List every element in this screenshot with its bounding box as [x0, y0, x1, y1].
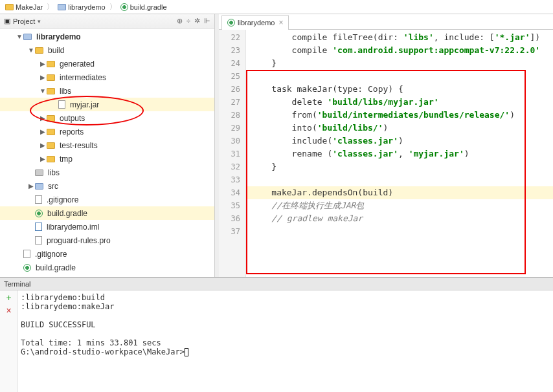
code-line: into('build/libs/') [246, 122, 553, 135]
code-line: // gradlew makeJar [246, 212, 553, 225]
terminal-cursor [185, 348, 188, 356]
file-icon [58, 100, 65, 109]
file-icon [35, 236, 42, 245]
tree-row[interactable]: ▼libs [0, 84, 214, 98]
project-tree[interactable]: ▼librarydemo▼build▶generated▶intermediat… [0, 28, 214, 277]
tree-item-label: tmp [60, 155, 73, 164]
breadcrumb: MakeJar 〉 librarydemo 〉 build.gradle [0, 0, 553, 14]
tree-row[interactable]: ▶reports [0, 125, 214, 138]
sidebar-title[interactable]: ▣Project▾ [4, 17, 177, 25]
tree-row[interactable]: ▶outputs [0, 111, 214, 125]
tree-row[interactable]: build.gradle [0, 261, 214, 274]
new-session-icon[interactable]: + [4, 293, 14, 303]
tab-label: librarydemo [238, 19, 275, 27]
chevron-right-icon[interactable]: ▶ [39, 60, 47, 67]
close-session-icon[interactable]: × [4, 306, 14, 316]
editor-tab[interactable]: librarydemo × [221, 15, 289, 30]
chevron-down-icon[interactable]: ▼ [16, 33, 23, 40]
chevron-right-icon[interactable]: ▶ [39, 128, 47, 135]
gradle-icon [227, 19, 235, 27]
code-line: from('build/intermediates/bundles/releas… [246, 109, 553, 122]
tree-row[interactable]: ▼librarydemo [0, 30, 214, 43]
tree-item-label: intermediates [60, 73, 106, 82]
tree-item-label: build.gradle [47, 209, 87, 218]
code-line: compile fileTree(dir: 'libs', include: [… [246, 31, 553, 44]
chevron-down-icon[interactable]: ▼ [27, 47, 35, 54]
chevron-right-icon[interactable]: ▶ [27, 182, 35, 190]
tree-item-label: proguard-rules.pro [47, 236, 111, 245]
code-editor[interactable]: 22232425262728293031323334353637 compile… [219, 30, 553, 277]
breadcrumb-item[interactable]: build.gradle [118, 3, 170, 11]
code-line [246, 225, 553, 238]
project-sidebar: ▣Project▾ ⊕ ÷ ✲ ⊩ ▼librarydemo▼build▶gen… [0, 14, 215, 277]
chevron-right-icon[interactable]: ▶ [39, 114, 47, 122]
tree-row[interactable]: ▶generated [0, 57, 214, 71]
code-line: } [246, 57, 553, 70]
tree-item-label: generated [60, 60, 95, 69]
tool-settings-icon[interactable]: ✲ [194, 17, 200, 25]
tree-row[interactable]: ▶tmp [0, 152, 214, 166]
code-line [246, 173, 553, 186]
tree-row[interactable]: myjar.jar [0, 98, 214, 111]
tree-row[interactable]: proguard-rules.pro [0, 234, 214, 247]
code-line: include('classes.jar') [246, 135, 553, 147]
tree-item-label: reports [60, 127, 84, 136]
editor-area: librarydemo × 22232425262728293031323334… [219, 14, 553, 277]
code-line: //在终端执行生成JAR包 [246, 199, 553, 212]
gradle-icon [23, 264, 31, 272]
folder-icon [47, 74, 55, 81]
folder-icon [47, 129, 55, 135]
chevron-right-icon[interactable]: ▶ [39, 74, 47, 81]
editor-tabbar: librarydemo × [219, 14, 553, 30]
chevron-right-icon: 〉 [109, 2, 117, 12]
code-line: makeJar.dependsOn(build) [246, 186, 553, 199]
folder-icon [47, 61, 55, 67]
tree-item-label: librarydemo [36, 32, 81, 41]
terminal-pane: Terminal + × :librarydemo:build :library… [0, 277, 553, 392]
tree-item-label: .gitignore [35, 250, 67, 259]
breadcrumb-item[interactable]: MakeJar [3, 3, 45, 11]
sidebar-tools: ⊕ ÷ ✲ ⊩ [177, 17, 210, 25]
breadcrumb-item[interactable]: librarydemo [55, 3, 107, 11]
tree-item-label: build [48, 46, 64, 55]
tool-collapse-icon[interactable]: ÷ [186, 17, 190, 25]
folder-icon [47, 156, 55, 162]
terminal-header[interactable]: Terminal [0, 278, 553, 290]
sidebar-header: ▣Project▾ ⊕ ÷ ✲ ⊩ [0, 14, 214, 28]
folder-blue-icon [23, 34, 32, 40]
tree-row[interactable]: .gitignore [0, 247, 214, 261]
tree-row[interactable]: libs [0, 166, 214, 179]
code-line: task makeJar(type: Copy) { [246, 83, 553, 96]
tool-hide-icon[interactable]: ⊩ [204, 17, 210, 25]
gradle-icon [120, 3, 128, 11]
code-content[interactable]: compile fileTree(dir: 'libs', include: [… [246, 30, 553, 277]
tree-item-label: src [48, 182, 58, 191]
code-line: rename ('classes.jar', 'myjar.jar') [246, 147, 553, 160]
folder-icon [5, 4, 14, 10]
chevron-right-icon[interactable]: ▶ [39, 155, 47, 162]
tree-row[interactable]: ▶intermediates [0, 71, 214, 84]
tree-row[interactable]: .gitignore [0, 193, 214, 206]
folder-blue-icon [35, 183, 43, 190]
tree-row[interactable]: ▼build [0, 43, 214, 57]
chevron-right-icon[interactable]: ▶ [39, 142, 47, 149]
terminal-output[interactable]: :librarydemo:build :librarydemo:makeJar … [18, 290, 553, 392]
close-icon[interactable]: × [278, 18, 283, 27]
code-line: delete 'build/libs/myjar.jar' [246, 96, 553, 109]
gradle-icon [35, 210, 43, 217]
tree-item-label: librarydemo.iml [47, 223, 99, 232]
chevron-down-icon[interactable]: ▼ [39, 87, 47, 94]
tree-row[interactable]: ▶src [0, 179, 214, 193]
tree-row[interactable]: librarydemo.iml [0, 220, 214, 234]
terminal-prompt: G:\android-studio-workpace\MakeJar> [21, 347, 185, 356]
tree-row[interactable]: ▶test-results [0, 138, 214, 152]
code-line [246, 70, 553, 83]
tree-item-label: libs [60, 87, 71, 96]
tree-item-label: libs [48, 168, 60, 177]
line-gutter: 22232425262728293031323334353637 [219, 30, 246, 277]
tree-item-label: myjar.jar [70, 100, 99, 109]
tool-sync-icon[interactable]: ⊕ [177, 17, 183, 25]
tree-row[interactable]: build.gradle [0, 206, 214, 220]
file-blue-icon [35, 223, 42, 231]
file-icon [23, 250, 30, 258]
